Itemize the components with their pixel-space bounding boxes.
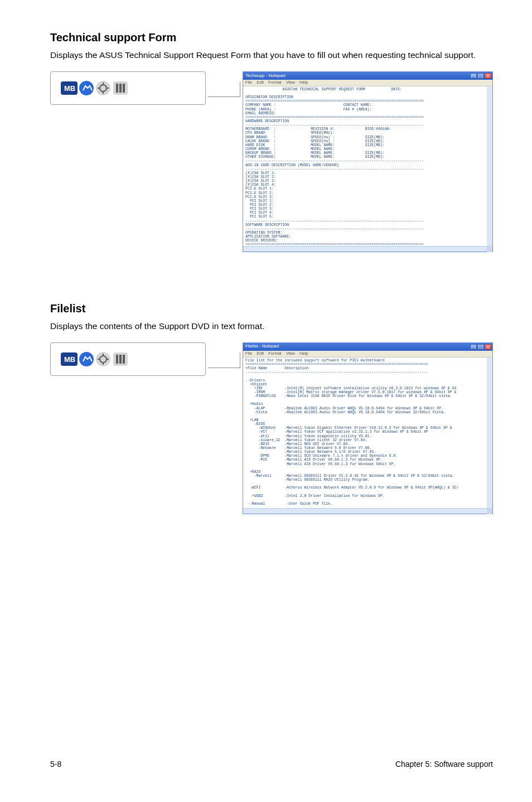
- menu-format[interactable]: Format: [268, 80, 282, 85]
- mb-logo-icon: MB: [61, 349, 139, 369]
- notepad1-titlebar: Techsupp - Notepad _ □ x: [243, 72, 492, 80]
- page-number: 5-8: [50, 760, 61, 769]
- menu-file[interactable]: File: [245, 80, 252, 85]
- menu-edit[interactable]: Edit: [257, 351, 264, 356]
- minimize-button[interactable]: _: [470, 73, 477, 79]
- close-button[interactable]: x: [485, 344, 491, 350]
- tech-title: Technical support Form: [50, 31, 493, 44]
- close-button[interactable]: x: [485, 73, 491, 79]
- maximize-button[interactable]: □: [477, 73, 484, 79]
- notepad2-body[interactable]: File list for the included support softw…: [243, 357, 492, 508]
- notepad2-menubar: File Edit Format View Help: [243, 351, 492, 357]
- svg-text:MB: MB: [64, 355, 75, 364]
- techsupp-notepad: Techsupp - Notepad _ □ x File Edit Forma…: [243, 71, 493, 252]
- notepad2-titlebar: Filelist - Notepad _ □ x: [243, 343, 492, 351]
- filelist-blurb: Displays the contents of the Support DVD…: [50, 321, 493, 332]
- minimize-button[interactable]: _: [470, 344, 477, 350]
- notepad1-body[interactable]: ASUSTeK TECHNICAL SUPPORT REQUEST FORM D…: [243, 86, 492, 246]
- notepad1-title: Techsupp - Notepad: [245, 74, 286, 79]
- menu-view[interactable]: View: [286, 80, 295, 85]
- menu-edit[interactable]: Edit: [257, 80, 264, 85]
- svg-rect-15: [123, 355, 125, 364]
- left-nav-preview: MB: [50, 71, 206, 105]
- svg-rect-7: [123, 84, 125, 93]
- svg-rect-5: [116, 84, 118, 93]
- notepad2-title: Filelist - Notepad: [245, 344, 279, 349]
- svg-rect-6: [119, 84, 122, 93]
- chapter-label: Chapter 5: Software support: [395, 760, 493, 769]
- filelist-notepad: Filelist - Notepad _ □ x File Edit Forma…: [243, 342, 493, 514]
- mb-logo-icon: MB: [61, 78, 139, 98]
- h-scrollbar[interactable]: [243, 508, 492, 514]
- menu-format[interactable]: Format: [268, 351, 282, 356]
- filelist-screenshot-row: MB Filelist - Notepad _ □ x File Edit Fo…: [50, 342, 493, 514]
- notepad1-menubar: File Edit Format View Help: [243, 80, 492, 86]
- svg-rect-14: [119, 355, 122, 364]
- maximize-button[interactable]: □: [477, 344, 484, 350]
- menu-help[interactable]: Help: [299, 351, 308, 356]
- tech-blurb: Displays the ASUS Technical Support Requ…: [50, 50, 493, 61]
- connector-line-2: [208, 352, 241, 368]
- tech-screenshot-row: MB Techsupp - Notepad _ □ x File Edit Fo…: [50, 71, 493, 252]
- filelist-title: Filelist: [50, 302, 493, 315]
- menu-view[interactable]: View: [286, 351, 295, 356]
- menu-help[interactable]: Help: [299, 80, 308, 85]
- left-nav-preview-2: MB: [50, 342, 206, 376]
- svg-text:MB: MB: [64, 84, 75, 93]
- h-scrollbar[interactable]: [243, 246, 492, 252]
- svg-rect-13: [116, 355, 118, 364]
- menu-file[interactable]: File: [245, 351, 252, 356]
- connector-line: [208, 81, 241, 97]
- page-footer: 5-8 Chapter 5: Software support: [50, 760, 493, 769]
